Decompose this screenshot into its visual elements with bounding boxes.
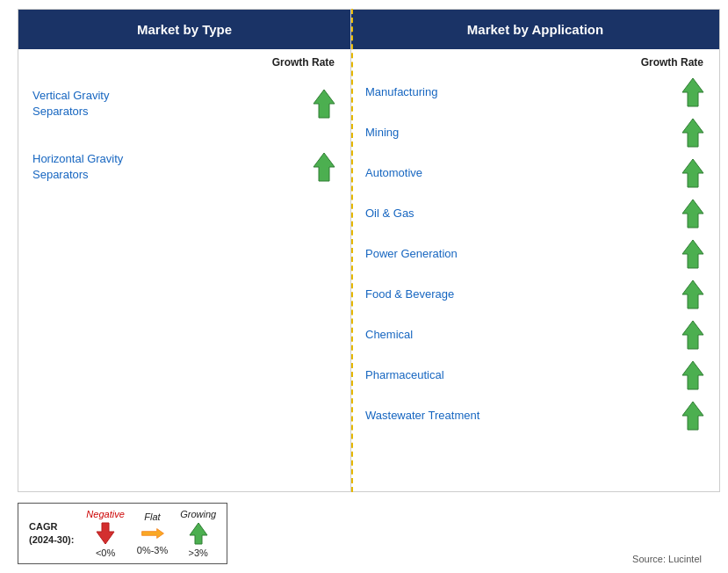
legend: CAGR (2024-30): Negative <0% Flat 0%-3% (18, 503, 227, 564)
svg-marker-8 (682, 321, 703, 349)
right-title: Market by Application (467, 22, 603, 37)
source-label: Source: Lucintel (632, 554, 710, 564)
bottom-area: CAGR (2024-30): Negative <0% Flat 0%-3% (18, 496, 710, 564)
left-panel-body: Growth Rate Vertical GravitySeparators H… (18, 49, 350, 491)
item-label-power: Power Generation (365, 246, 681, 262)
item-label-vertical: Vertical GravitySeparators (32, 88, 312, 119)
svg-marker-11 (97, 523, 114, 544)
list-item: Power Generation (365, 234, 705, 274)
list-item: Pharmaceutical (365, 355, 705, 395)
item-label-manufacturing: Manufacturing (365, 84, 681, 100)
legend-negative-label: Negative (86, 509, 124, 519)
svg-marker-1 (314, 153, 335, 181)
page-container: Market by Type Growth Rate Vertical Grav… (0, 0, 728, 573)
right-growth-label: Growth Rate (365, 56, 705, 69)
up-arrow-icon (681, 319, 705, 351)
item-label-food: Food & Beverage (365, 286, 681, 302)
legend-negative-range: <0% (96, 548, 115, 558)
up-arrow-icon-sm (189, 521, 208, 546)
panels-container: Market by Type Growth Rate Vertical Grav… (18, 9, 710, 492)
legend-flat: Flat 0%-3% (137, 511, 168, 555)
list-item: Food & Beverage (365, 274, 705, 315)
up-arrow-icon (312, 151, 336, 183)
legend-flat-label: Flat (144, 511, 160, 522)
svg-marker-13 (190, 523, 207, 544)
svg-marker-4 (682, 159, 703, 187)
up-arrow-icon (681, 359, 705, 391)
up-arrow-icon (681, 238, 705, 270)
legend-negative: Negative <0% (86, 509, 124, 558)
up-arrow-icon (681, 76, 705, 108)
right-panel-header: Market by Application (351, 10, 719, 49)
list-item: Oil & Gas (365, 193, 705, 234)
legend-growing-label: Growing (180, 509, 216, 519)
svg-marker-7 (682, 280, 703, 308)
item-label-pharma: Pharmaceutical (365, 367, 681, 383)
svg-marker-10 (682, 402, 703, 430)
list-item: Horizontal GravitySeparators (32, 135, 336, 199)
right-arrow-icon (141, 524, 165, 543)
left-growth-label: Growth Rate (32, 56, 336, 69)
legend-cagr-text: CAGR (2024-30): (29, 520, 74, 548)
down-arrow-icon (96, 521, 115, 546)
legend-growing-range: >3% (189, 548, 208, 558)
svg-marker-6 (682, 240, 703, 268)
svg-marker-12 (141, 529, 163, 539)
item-label-oil-gas: Oil & Gas (365, 206, 681, 221)
item-label-chemical: Chemical (365, 327, 681, 343)
legend-growing: Growing >3% (180, 509, 216, 558)
up-arrow-icon (312, 88, 336, 120)
item-label-wastewater: Wastewater Treatment (365, 408, 681, 424)
item-label-automotive: Automotive (365, 165, 681, 181)
legend-flat-range: 0%-3% (137, 545, 168, 555)
up-arrow-icon (681, 198, 705, 229)
up-arrow-icon (681, 400, 705, 432)
item-label-horizontal: Horizontal GravitySeparators (32, 151, 312, 182)
svg-marker-0 (314, 90, 335, 118)
svg-marker-3 (682, 119, 703, 147)
svg-marker-2 (682, 78, 703, 106)
svg-marker-5 (682, 199, 703, 228)
left-title: Market by Type (137, 22, 232, 37)
list-item: Automotive (365, 153, 705, 193)
left-panel: Market by Type Growth Rate Vertical Grav… (18, 9, 351, 492)
right-panel-body: Growth Rate Manufacturing Mining Automot… (351, 49, 719, 491)
left-panel-header: Market by Type (18, 10, 350, 49)
list-item: Mining (365, 112, 705, 153)
svg-marker-9 (682, 361, 703, 389)
list-item: Vertical GravitySeparators (32, 72, 336, 135)
list-item: Manufacturing (365, 72, 705, 112)
item-label-mining: Mining (365, 125, 681, 141)
up-arrow-icon (681, 157, 705, 189)
right-panel: Market by Application Growth Rate Manufa… (351, 9, 720, 492)
list-item: Chemical (365, 315, 705, 355)
list-item: Wastewater Treatment (365, 395, 705, 436)
up-arrow-icon (681, 117, 705, 149)
up-arrow-icon (681, 279, 705, 310)
